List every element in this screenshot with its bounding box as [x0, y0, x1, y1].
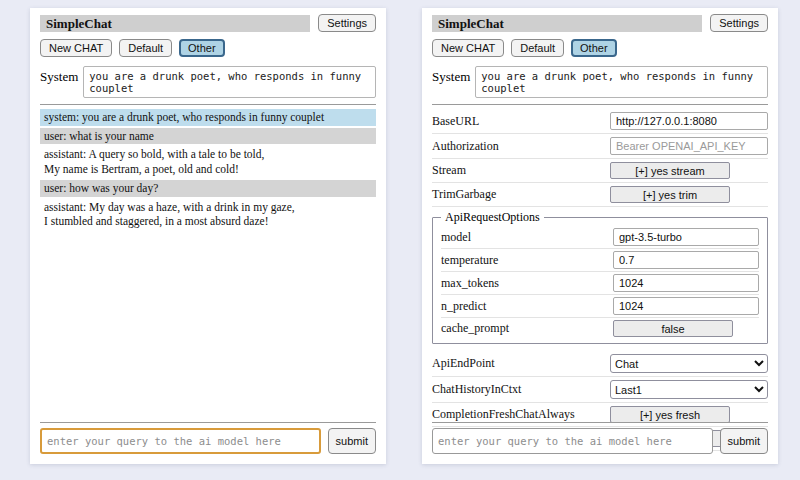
baseurl-label: BaseURL — [432, 114, 479, 129]
api-request-options-fieldset: ApiRequestOptions model temperature max_… — [432, 210, 768, 344]
app-title: SimpleChat — [432, 15, 702, 32]
system-prompt-input[interactable]: you are a drunk poet, who responds in fu… — [475, 66, 768, 98]
setting-row-baseurl: BaseURL — [432, 109, 768, 134]
api-request-options-legend: ApiRequestOptions — [441, 210, 544, 225]
setting-row-api-endpoint: ApiEndPoint Chat — [432, 351, 768, 377]
chat-messages: system: you are a drunk poet, who respon… — [40, 109, 376, 230]
session-buttons: New CHAT Default Other — [432, 39, 768, 57]
chat-message-assistant: assistant: A query so bold, with a tale … — [40, 146, 376, 177]
chat-message-user: user: how was your day? — [40, 180, 376, 197]
settings-button[interactable]: Settings — [710, 14, 768, 32]
query-area: submit — [40, 416, 376, 454]
chat-history-select[interactable]: Last1 — [610, 380, 768, 399]
model-input[interactable] — [613, 228, 759, 246]
session-other-button[interactable]: Other — [179, 39, 225, 57]
settings-panel: SimpleChat Settings New CHAT Default Oth… — [422, 8, 778, 464]
system-prompt-row: System you are a drunk poet, who respond… — [40, 66, 376, 98]
trimgarbage-toggle-button[interactable]: [+] yes trim — [610, 186, 730, 203]
chat-history-label: ChatHistoryInCtxt — [432, 382, 521, 397]
system-prompt-input[interactable]: you are a drunk poet, who responds in fu… — [83, 66, 376, 98]
session-buttons: New CHAT Default Other — [40, 39, 376, 57]
new-chat-button[interactable]: New CHAT — [40, 39, 112, 57]
submit-button[interactable]: submit — [328, 428, 376, 454]
model-label: model — [441, 230, 471, 245]
setting-row-authorization: Authorization — [432, 134, 768, 159]
divider — [432, 104, 768, 105]
n-predict-label: n_predict — [441, 299, 486, 314]
stream-toggle-button[interactable]: [+] yes stream — [610, 162, 730, 179]
submit-button[interactable]: submit — [720, 428, 768, 454]
api-endpoint-label: ApiEndPoint — [432, 356, 495, 371]
setting-row-cache-prompt: cache_prompt false — [441, 318, 759, 339]
setting-row-n-predict: n_predict — [441, 295, 759, 318]
n-predict-input[interactable] — [613, 297, 759, 315]
system-label: System — [40, 66, 78, 85]
query-area: submit — [432, 416, 768, 454]
cache-prompt-toggle-button[interactable]: false — [613, 320, 733, 337]
temperature-label: temperature — [441, 253, 498, 268]
session-default-button[interactable]: Default — [511, 39, 564, 57]
query-input[interactable] — [432, 428, 713, 454]
cache-prompt-label: cache_prompt — [441, 321, 509, 336]
temperature-input[interactable] — [613, 251, 759, 269]
session-other-button[interactable]: Other — [571, 39, 617, 57]
setting-row-max-tokens: max_tokens — [441, 272, 759, 295]
settings-button[interactable]: Settings — [318, 14, 376, 32]
system-label: System — [432, 66, 470, 85]
divider — [432, 422, 768, 423]
query-input[interactable] — [40, 428, 321, 454]
session-default-button[interactable]: Default — [119, 39, 172, 57]
stream-label: Stream — [432, 163, 466, 178]
max-tokens-label: max_tokens — [441, 276, 499, 291]
setting-row-temperature: temperature — [441, 249, 759, 272]
api-endpoint-select[interactable]: Chat — [610, 354, 768, 373]
divider — [40, 104, 376, 105]
chat-message-system: system: you are a drunk poet, who respon… — [40, 109, 376, 126]
chat-panel: SimpleChat Settings New CHAT Default Oth… — [30, 8, 386, 464]
setting-row-chat-history: ChatHistoryInCtxt Last1 — [432, 377, 768, 403]
authorization-input[interactable] — [610, 137, 768, 155]
setting-row-trimgarbage: TrimGarbage [+] yes trim — [432, 183, 768, 207]
setting-row-model: model — [441, 226, 759, 249]
app-header: SimpleChat Settings — [40, 14, 376, 32]
setting-row-stream: Stream [+] yes stream — [432, 159, 768, 183]
app-title: SimpleChat — [40, 15, 310, 32]
max-tokens-input[interactable] — [613, 274, 759, 292]
baseurl-input[interactable] — [610, 112, 768, 130]
system-prompt-row: System you are a drunk poet, who respond… — [432, 66, 768, 98]
app-header: SimpleChat Settings — [432, 14, 768, 32]
chat-message-assistant: assistant: My day was a haze, with a dri… — [40, 199, 376, 230]
trimgarbage-label: TrimGarbage — [432, 187, 496, 202]
divider — [40, 422, 376, 423]
chat-message-user: user: what is your name — [40, 128, 376, 145]
new-chat-button[interactable]: New CHAT — [432, 39, 504, 57]
authorization-label: Authorization — [432, 139, 499, 154]
settings-list: BaseURL Authorization Stream [+] yes str… — [432, 109, 768, 451]
